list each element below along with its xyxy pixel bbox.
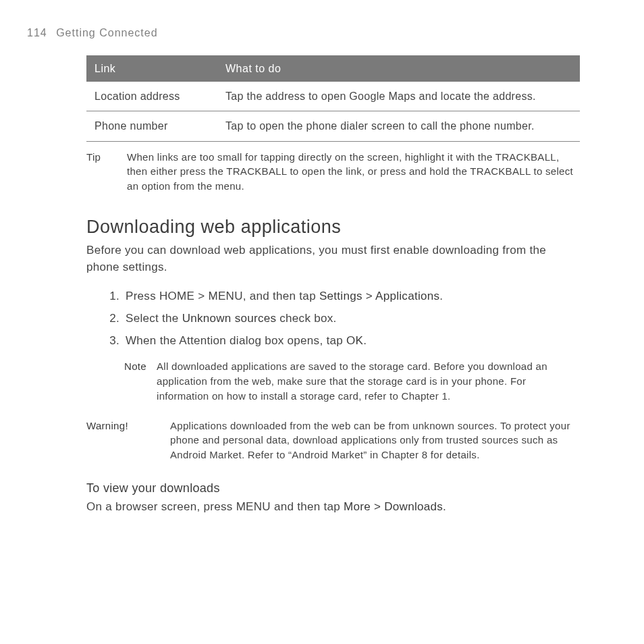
note-block: Note All downloaded applications are sav… (124, 359, 580, 403)
page-header: 114 Getting Connected (27, 27, 580, 39)
table-header-row: Link What to do (86, 55, 580, 82)
text-bold: More > Downloads (344, 500, 443, 513)
step-bold: Unknown sources (182, 312, 277, 325)
body-text: On a browser screen, press MENU and then… (86, 498, 580, 516)
text-part: . (443, 500, 446, 513)
cell-link-type: Phone number (86, 111, 217, 141)
page-content: Link What to do Location address Tap the… (86, 55, 580, 515)
table-header-link: Link (86, 55, 217, 82)
step-text: Press HOME > MENU, and then tap (126, 290, 319, 302)
note-label: Note (124, 359, 157, 403)
step-text: check box. (276, 312, 336, 325)
subheading: To view your downloads (86, 481, 580, 495)
section-title: Downloading web applications (86, 217, 580, 238)
step-item: When the Attention dialog box opens, tap… (123, 331, 580, 350)
step-text: . (439, 290, 443, 302)
table-row: Location address Tap the address to open… (86, 82, 580, 111)
steps-list: Press HOME > MENU, and then tap Settings… (86, 287, 580, 350)
note-text: All downloaded applications are saved to… (157, 359, 580, 403)
tip-text: When links are too small for tapping dir… (127, 150, 580, 194)
page-number: 114 (27, 27, 47, 38)
text-part: On a browser screen, press MENU and then… (86, 500, 344, 513)
cell-action: Tap to open the phone dialer screen to c… (217, 111, 580, 141)
step-item: Select the Unknown sources check box. (123, 309, 580, 327)
tip-label: Tip (86, 150, 127, 194)
intro-paragraph: Before you can download web applications… (86, 242, 580, 276)
table-row: Phone number Tap to open the phone diale… (86, 111, 580, 141)
warning-text: Applications downloaded from the web can… (170, 419, 580, 462)
cell-action: Tap the address to open Google Maps and … (217, 82, 580, 111)
link-reference-table: Link What to do Location address Tap the… (86, 55, 580, 142)
step-bold: Settings > Applications (319, 290, 439, 302)
tip-block: Tip When links are too small for tapping… (86, 150, 580, 194)
step-item: Press HOME > MENU, and then tap Settings… (123, 287, 580, 305)
chapter-title: Getting Connected (56, 27, 157, 38)
step-text: . (363, 334, 367, 347)
step-text: When the Attention dialog box opens, tap (126, 334, 346, 347)
cell-link-type: Location address (86, 82, 217, 111)
warning-label: Warning! (86, 419, 170, 462)
table-header-action: What to do (217, 55, 580, 82)
step-bold: OK (346, 334, 363, 347)
document-page: 114 Getting Connected Link What to do Lo… (0, 0, 644, 515)
warning-block: Warning! Applications downloaded from th… (86, 419, 580, 462)
step-text: Select the (126, 312, 182, 325)
